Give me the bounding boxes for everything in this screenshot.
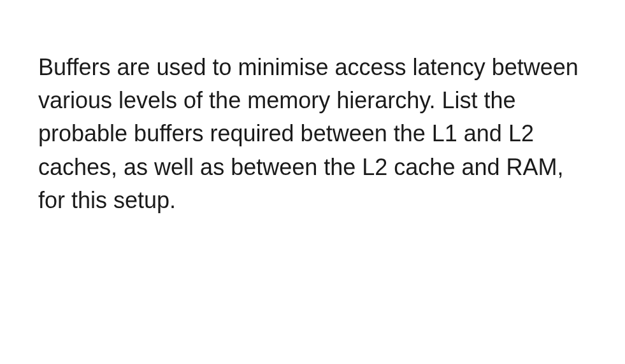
- question-text: Buffers are used to minimise access late…: [38, 51, 587, 217]
